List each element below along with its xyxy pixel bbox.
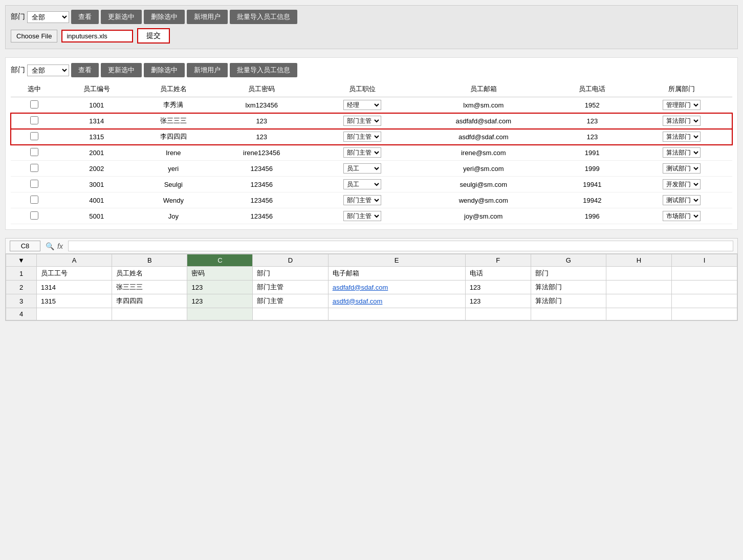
sheet-cell-a[interactable]: 员工工号 (37, 267, 112, 281)
sheet-cell-c[interactable] (187, 308, 253, 320)
sheet-cell-g[interactable] (531, 308, 606, 320)
cell-name: 张三三三 (135, 113, 212, 129)
cell-dept-select[interactable]: 管理部门算法部门测试部门开发部门市场部门 (663, 211, 701, 221)
sheet-row: 21314张三三三123部门主管asdfafd@sdaf.com123算法部门 (6, 281, 737, 294)
sheet-cell-a[interactable]: 1314 (37, 281, 112, 294)
sheet-cell-f[interactable]: 电话 (465, 267, 531, 281)
sheet-col-c[interactable]: C (187, 254, 253, 267)
submit-button[interactable]: 提交 (137, 28, 170, 44)
sheet-col-d[interactable]: D (253, 254, 328, 267)
row-checkbox[interactable] (30, 148, 38, 156)
cell-role-select[interactable]: 经理部门主管员工 (343, 179, 381, 189)
sheet-col-g[interactable]: G (531, 254, 606, 267)
sheet-col-b[interactable]: B (112, 254, 187, 267)
cell-reference[interactable]: C8 (10, 241, 40, 251)
sheet-corner: ▼ (6, 254, 37, 267)
row-checkbox[interactable] (30, 164, 38, 172)
sheet-cell-f[interactable]: 123 (465, 294, 531, 308)
sheet-cell-c[interactable]: 密码 (187, 267, 253, 281)
sheet-cell-d[interactable]: 部门主管 (253, 294, 328, 308)
cell-role-select[interactable]: 经理部门主管员工 (343, 147, 381, 158)
sheet-col-i[interactable]: I (671, 254, 737, 267)
sheet-col-e[interactable]: E (328, 254, 465, 267)
sheet-cell-c[interactable]: 123 (187, 294, 253, 308)
sheet-row: 31315李四四四123部门主管asdfd@sdaf.com123算法部门 (6, 294, 737, 308)
cell-role-select[interactable]: 经理部门主管员工 (343, 211, 381, 221)
cell-role-select[interactable]: 经理部门主管员工 (343, 163, 381, 174)
sheet-cell-c[interactable]: 123 (187, 281, 253, 294)
cell-role-select[interactable]: 经理部门主管员工 (343, 195, 381, 205)
sheet-cell-h[interactable] (606, 308, 671, 320)
sheet-col-h[interactable]: H (606, 254, 671, 267)
cell-email: lxm@sm.com (413, 97, 554, 113)
sheet-cell-e[interactable]: asdfd@sdaf.com (328, 294, 465, 308)
table-dept-select[interactable]: 全部管理部门算法部门测试部门开发部门市场部门 (27, 64, 69, 76)
sheet-cell-b[interactable]: 李四四四 (112, 294, 187, 308)
cell-role-select[interactable]: 经理部门主管员工 (343, 100, 381, 110)
cell-dept-select[interactable]: 管理部门算法部门测试部门开发部门市场部门 (663, 195, 701, 205)
row-checkbox[interactable] (30, 100, 38, 109)
sheet-cell-b[interactable]: 张三三三 (112, 281, 187, 294)
cell-email: asdfafd@sdaf.com (413, 113, 554, 129)
sheet-cell-g[interactable]: 算法部门 (531, 281, 606, 294)
top-update-btn[interactable]: 更新选中 (101, 10, 142, 24)
cell-role-select[interactable]: 经理部门主管员工 (343, 132, 381, 142)
top-add-btn[interactable]: 新增用户 (187, 10, 228, 24)
formula-input[interactable] (68, 241, 733, 251)
sheet-cell-d[interactable]: 部门主管 (253, 281, 328, 294)
cell-dept-select[interactable]: 管理部门算法部门测试部门开发部门市场部门 (663, 116, 701, 126)
sheet-cell-e[interactable]: asdfafd@sdaf.com (328, 281, 465, 294)
sheet-cell-i[interactable] (671, 308, 737, 320)
sheet-cell-h[interactable] (606, 281, 671, 294)
sheet-cell-h[interactable] (606, 267, 671, 281)
spreadsheet-table: ▼ A B C D E F G H I 1员工工号员工姓名密码部门电子邮箱电话部… (6, 254, 737, 320)
choose-file-button[interactable]: Choose File (11, 30, 57, 42)
cell-pwd: 123456 (212, 177, 312, 192)
cell-role-select[interactable]: 经理部门主管员工 (343, 116, 381, 126)
row-checkbox[interactable] (30, 180, 38, 188)
sheet-cell-a[interactable] (37, 308, 112, 320)
table-add-btn[interactable]: 新增用户 (187, 63, 228, 77)
sheet-col-a[interactable]: A (37, 254, 112, 267)
sheet-row-num: 1 (6, 267, 37, 281)
sheet-cell-h[interactable] (606, 294, 671, 308)
sheet-cell-g[interactable]: 算法部门 (531, 294, 606, 308)
sheet-cell-b[interactable] (112, 308, 187, 320)
table-delete-btn[interactable]: 删除选中 (144, 63, 185, 77)
col-header-pwd: 员工密码 (212, 81, 312, 97)
table-import-btn[interactable]: 批量导入员工信息 (230, 63, 297, 77)
sheet-col-f[interactable]: F (465, 254, 531, 267)
row-checkbox[interactable] (30, 132, 38, 140)
cell-email: wendy@sm.com (413, 192, 554, 208)
sheet-cell-d[interactable] (253, 308, 328, 320)
sheet-row-num: 4 (6, 308, 37, 320)
cell-dept-select[interactable]: 管理部门算法部门测试部门开发部门市场部门 (663, 179, 701, 189)
top-import-btn[interactable]: 批量导入员工信息 (230, 10, 297, 24)
sheet-cell-e[interactable]: 电子邮箱 (328, 267, 465, 281)
table-row: 5001Joy123456经理部门主管员工joy@sm.com1996管理部门算… (11, 208, 732, 224)
top-dept-select[interactable]: 全部管理部门算法部门测试部门开发部门市场部门 (27, 11, 69, 23)
cell-email: yeri@sm.com (413, 161, 554, 177)
sheet-cell-d[interactable]: 部门 (253, 267, 328, 281)
table-view-btn[interactable]: 查看 (71, 63, 99, 77)
cell-dept-select[interactable]: 管理部门算法部门测试部门开发部门市场部门 (663, 132, 701, 142)
top-view-btn[interactable]: 查看 (71, 10, 99, 24)
sheet-cell-f[interactable]: 123 (465, 281, 531, 294)
row-checkbox[interactable] (30, 196, 38, 204)
sheet-cell-i[interactable] (671, 281, 737, 294)
table-update-btn[interactable]: 更新选中 (101, 63, 142, 77)
sheet-cell-i[interactable] (671, 267, 737, 281)
sheet-cell-a[interactable]: 1315 (37, 294, 112, 308)
row-checkbox[interactable] (30, 211, 38, 220)
sheet-cell-e[interactable] (328, 308, 465, 320)
cell-dept-select[interactable]: 管理部门算法部门测试部门开发部门市场部门 (663, 147, 701, 158)
sheet-cell-g[interactable]: 部门 (531, 267, 606, 281)
cell-id: 5001 (58, 208, 135, 224)
sheet-cell-i[interactable] (671, 294, 737, 308)
cell-dept-select[interactable]: 管理部门算法部门测试部门开发部门市场部门 (663, 100, 701, 110)
sheet-cell-f[interactable] (465, 308, 531, 320)
sheet-cell-b[interactable]: 员工姓名 (112, 267, 187, 281)
row-checkbox[interactable] (30, 116, 38, 124)
top-delete-btn[interactable]: 删除选中 (144, 10, 185, 24)
cell-dept-select[interactable]: 管理部门算法部门测试部门开发部门市场部门 (663, 163, 701, 174)
